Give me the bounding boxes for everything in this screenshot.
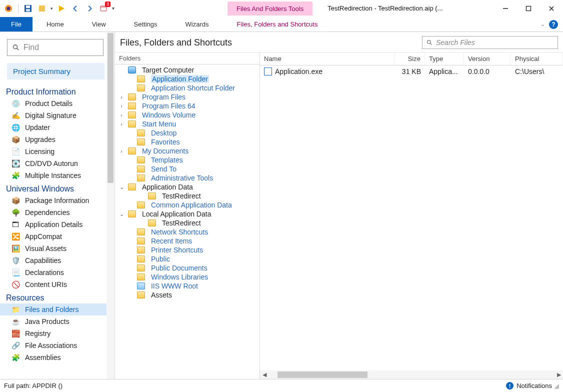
collapse-icon[interactable]: ⌄ [117, 184, 126, 190]
col-physical[interactable]: Physical [511, 52, 563, 65]
close-button[interactable] [540, 1, 563, 16]
tree-item[interactable]: Printer Shortcuts [115, 246, 260, 254]
file-list: Name Size Type Version Physical Applicat… [260, 52, 563, 379]
java-icon: ☕ [11, 317, 20, 326]
col-name[interactable]: Name [260, 52, 395, 65]
qat-customize-icon[interactable]: ▾ [112, 6, 114, 11]
expand-icon[interactable]: › [117, 121, 126, 127]
nav-declarations[interactable]: 📃Declarations [0, 266, 114, 278]
help-icon[interactable]: ? [549, 20, 558, 29]
tree-root[interactable]: Target Computer [115, 66, 260, 74]
nav-updater[interactable]: 🌐Updater [0, 122, 114, 134]
list-header[interactable]: Name Size Type Version Physical [260, 52, 563, 66]
file-search-input[interactable]: Search Files [422, 36, 558, 49]
cd-icon: 💽 [11, 159, 20, 168]
svg-rect-7 [39, 8, 42, 12]
tree-item[interactable]: Desktop [115, 128, 260, 138]
tree-application-data[interactable]: ⌄ Application Data [115, 182, 260, 192]
scroll-left-icon[interactable]: ◀ [260, 372, 268, 378]
nav-assemblies[interactable]: 🧩Assemblies [0, 352, 114, 364]
notifications-button[interactable]: ! Notifications [506, 382, 552, 390]
nav-package-information[interactable]: 📦Package Information [0, 194, 114, 206]
tree-body[interactable]: Target Computer Application Folder Appli… [115, 64, 260, 379]
nav-application-details[interactable]: 🗔Application Details [0, 218, 114, 230]
tree-item[interactable]: IIS WWW Root [115, 282, 260, 290]
folders-tree: Folders Target Computer Application Fold… [115, 52, 260, 379]
ribbon-tab-home[interactable]: Home [32, 17, 78, 32]
tree-item[interactable]: Templates [115, 156, 260, 164]
scroll-right-icon[interactable]: ▶ [554, 372, 563, 378]
col-version[interactable]: Version [464, 52, 511, 65]
tree-app-data-child[interactable]: TestRedirect [115, 192, 260, 200]
left-nav-scrollbar[interactable] [106, 32, 114, 379]
tree-item[interactable]: Recent Items [115, 236, 260, 246]
scrollbar-thumb[interactable] [278, 372, 368, 378]
expand-icon[interactable]: › [117, 148, 126, 154]
nav-files-and-folders[interactable]: 📁Files and Folders [0, 304, 114, 316]
app-logo-icon[interactable] [3, 3, 14, 14]
minimize-button[interactable] [494, 1, 517, 16]
ribbon-tab-settings[interactable]: Settings [120, 17, 172, 32]
find-input[interactable]: Find [7, 39, 104, 56]
nav-digital-signature[interactable]: ✍️Digital Signature [0, 110, 114, 122]
ribbon-tab-file[interactable]: File [0, 17, 32, 32]
ribbon-tab-context[interactable]: Files, Folders and Shortcuts [223, 17, 332, 32]
issues-icon[interactable] [98, 3, 109, 14]
nav-licensing[interactable]: 📄Licensing [0, 146, 114, 158]
scrollbar-thumb[interactable] [108, 33, 114, 183]
tree-item[interactable]: › Program Files 64 [115, 102, 260, 110]
tree-item[interactable]: Administrative Tools [115, 174, 260, 182]
dropdown-icon[interactable]: ▾ [50, 6, 53, 11]
tree-item[interactable]: › My Documents [115, 146, 260, 156]
expand-icon[interactable]: › [117, 103, 126, 109]
expand-icon[interactable]: › [117, 94, 126, 100]
nav-product-details[interactable]: 💿Product Details [0, 98, 114, 110]
ribbon-collapse-icon[interactable]: ⌄ [540, 21, 545, 28]
folder-icon: 📁 [11, 305, 20, 314]
nav-file-associations[interactable]: 🔗File Associations [0, 340, 114, 352]
nav-content-uris[interactable]: 🚫Content URIs [0, 278, 114, 290]
ribbon-tab-wizards[interactable]: Wizards [172, 17, 223, 32]
nav-java-products[interactable]: ☕Java Products [0, 316, 114, 328]
ribbon-tab-view[interactable]: View [78, 17, 120, 32]
nav-capabilities[interactable]: 🛡️Capabilities [0, 254, 114, 266]
build-icon[interactable] [36, 3, 48, 14]
tree-item[interactable]: Send To [115, 164, 260, 174]
expand-icon[interactable]: › [117, 112, 126, 118]
nav-upgrades[interactable]: 📦Upgrades [0, 134, 114, 146]
col-size[interactable]: Size [395, 52, 425, 65]
tree-item[interactable]: › Windows Volume [115, 110, 260, 120]
tree-item[interactable]: Assets [115, 290, 260, 300]
tree-item[interactable]: Network Shortcuts [115, 228, 260, 236]
tree-item[interactable]: › Program Files [115, 92, 260, 102]
forward-icon[interactable] [84, 3, 95, 14]
nav-registry[interactable]: 🧱Registry [0, 328, 114, 340]
file-list-hscroll[interactable]: ◀ ▶ [260, 370, 563, 379]
tree-item[interactable]: Windows Libraries [115, 272, 260, 282]
tree-local-app-data[interactable]: ⌄ Local Application Data [115, 210, 260, 218]
resize-grip-icon[interactable]: ◢ [552, 382, 559, 390]
collapse-icon[interactable]: ⌄ [117, 211, 126, 218]
project-summary-button[interactable]: Project Summary [7, 63, 104, 80]
nav-dependencies[interactable]: 🌳Dependencies [0, 206, 114, 218]
registry-icon: 🧱 [11, 329, 20, 338]
tree-common-app-data[interactable]: Common Application Data [115, 200, 260, 210]
run-icon[interactable] [56, 3, 67, 14]
nav-multiple-instances[interactable]: 🧩Multiple Instances [0, 170, 114, 182]
nav-appcompat[interactable]: 🔀AppCompat [0, 230, 114, 242]
nav-cddvd-autorun[interactable]: 💽CD/DVD Autorun [0, 158, 114, 170]
tree-application-folder[interactable]: Application Folder [115, 74, 260, 84]
maximize-button[interactable] [517, 1, 540, 16]
tree-item[interactable]: Favorites [115, 138, 260, 146]
disc-icon: 💿 [11, 99, 20, 108]
col-type[interactable]: Type [425, 52, 464, 65]
tree-item[interactable]: › Start Menu [115, 120, 260, 128]
tree-item[interactable]: Application Shortcut Folder [115, 84, 260, 92]
tree-item[interactable]: Public Documents [115, 264, 260, 272]
tree-item[interactable]: Public [115, 254, 260, 264]
list-row[interactable]: Application.exe 31 KB Applica... 0.0.0.0… [260, 66, 563, 78]
back-icon[interactable] [70, 3, 81, 14]
save-icon[interactable] [22, 3, 34, 14]
nav-visual-assets[interactable]: 🖼️Visual Assets [0, 242, 114, 254]
tree-local-app-data-child[interactable]: TestRedirect [115, 218, 260, 228]
